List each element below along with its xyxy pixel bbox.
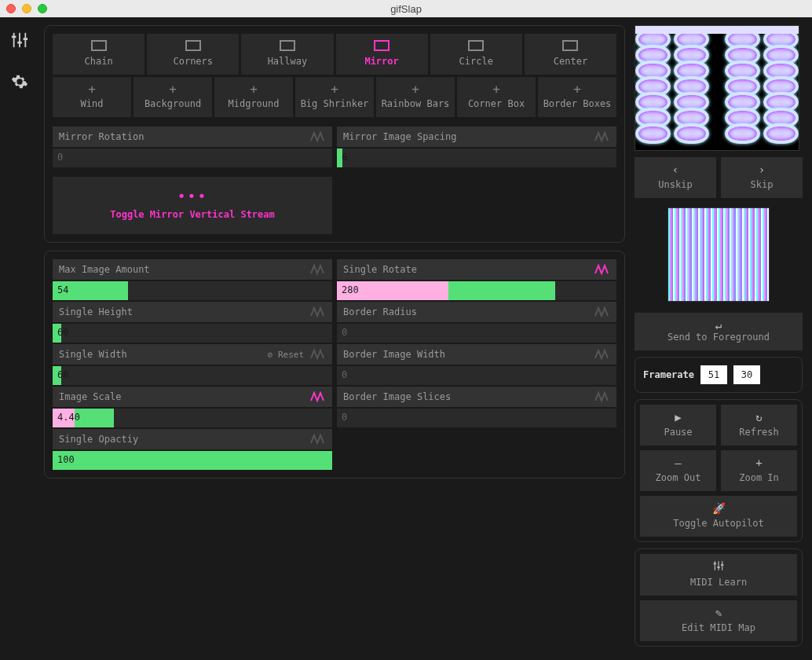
addon-border-boxes[interactable]: +Border Boxes [538, 77, 616, 117]
wave-icon[interactable] [310, 131, 326, 142]
refresh-button[interactable]: ↻ Refresh [721, 405, 797, 446]
tab-label: Center [554, 56, 587, 67]
edit-midi-map-button[interactable]: ✎ Edit MIDI Map [640, 600, 797, 641]
addon-label: Background [144, 98, 201, 109]
slider-label-single-rotate: Single Rotate [337, 259, 616, 280]
framerate-input-a[interactable] [700, 365, 727, 384]
chevron-left-icon: ‹ [635, 163, 716, 176]
addon-midground[interactable]: +Midground [214, 77, 293, 117]
pencil-icon: ✎ [640, 607, 797, 619]
wave-icon[interactable] [594, 391, 610, 402]
framerate-label: Framerate [643, 369, 694, 380]
gear-icon[interactable] [11, 73, 28, 93]
slider-single-height[interactable]: 60 [53, 324, 332, 343]
addon-corner-box[interactable]: +Corner Box [457, 77, 536, 117]
wave-icon[interactable] [310, 434, 326, 445]
plus-icon: + [376, 82, 455, 97]
slider-label-max-image-amount: Max Image Amount [53, 259, 332, 280]
svg-rect-1 [19, 33, 20, 47]
tab-hallway[interactable]: Hallway [241, 34, 333, 75]
framerate-panel: Framerate [635, 357, 803, 393]
wave-icon[interactable] [310, 306, 326, 317]
addon-wind[interactable]: +Wind [53, 77, 131, 117]
sliders-icon[interactable] [11, 31, 28, 51]
rect-icon [185, 40, 201, 51]
window-title: gifSlap [0, 3, 812, 15]
slider-single-opactiy[interactable]: 100 [53, 451, 332, 470]
addon-rainbow-bars[interactable]: +Rainbow Bars [376, 77, 455, 117]
skip-button[interactable]: › Skip [721, 157, 803, 198]
plus-icon: + [134, 82, 212, 97]
addon-big-shrinker[interactable]: +Big Shrinker [295, 77, 374, 117]
wave-icon[interactable] [594, 131, 610, 142]
plus-icon: + [538, 82, 616, 97]
slider-label-border-image-width: Border Image Width [337, 344, 616, 365]
tab-label: Mirror [364, 56, 398, 67]
right-sidebar: ‹ Unskip › Skip ↵ Send to Foreground Fra… [631, 17, 812, 660]
wave-icon[interactable] [594, 264, 610, 275]
slider-label-single-height: Single Height [53, 302, 332, 322]
tab-circle[interactable]: Circle [430, 34, 522, 75]
tab-label: Circle [459, 56, 493, 67]
svg-rect-9 [714, 563, 717, 565]
addon-label: Corner Box [468, 98, 525, 109]
midi-learn-button[interactable]: MIDI Learn [640, 554, 797, 596]
svg-rect-5 [24, 38, 28, 40]
slider-label-single-width: Single Width⊘ Reset [53, 344, 332, 365]
mirror-rotation-slider[interactable]: 0 [53, 148, 332, 167]
slider-label-border-image-slices: Border Image Slices [337, 387, 616, 407]
svg-rect-11 [721, 564, 724, 566]
zoom-out-button[interactable]: — Zoom Out [640, 450, 716, 491]
tab-corners[interactable]: Corners [147, 34, 239, 75]
mirror-spacing-slider[interactable]: 6 [337, 148, 616, 167]
wave-icon[interactable] [594, 306, 610, 317]
tab-center[interactable]: Center [525, 34, 616, 75]
source-thumbnail[interactable] [668, 207, 770, 302]
minus-icon: — [640, 456, 716, 469]
wave-icon[interactable] [310, 264, 326, 275]
plus-icon: + [53, 82, 131, 97]
slider-border-image-slices[interactable]: 0 [337, 409, 616, 427]
toggle-mirror-vertical-stream[interactable]: ••• Toggle Mirror Vertical Stream [53, 177, 332, 234]
unskip-button[interactable]: ‹ Unskip [635, 157, 716, 198]
addon-label: Big Shrinker [301, 98, 369, 109]
window-titlebar: gifSlap [0, 0, 812, 17]
rect-icon [374, 40, 390, 51]
rect-icon [91, 40, 107, 51]
rect-icon [562, 40, 578, 51]
slider-image-scale[interactable]: 4.40 [53, 409, 332, 427]
pause-button[interactable]: ▶ Pause [640, 405, 716, 446]
slider-border-image-width[interactable]: 0 [337, 366, 616, 385]
slider-single-width[interactable]: 60 [53, 366, 332, 385]
params-panel: Max Image Amount54Single Height60Single … [44, 251, 625, 478]
tab-chain[interactable]: Chain [53, 34, 144, 75]
reset-button[interactable]: ⊘ Reset [268, 350, 304, 360]
addon-label: Midground [228, 98, 279, 109]
slider-border-radius[interactable]: 0 [337, 324, 616, 343]
slider-max-image-amount[interactable]: 54 [53, 281, 332, 300]
slider-single-rotate[interactable]: 280 [337, 281, 616, 300]
wave-icon[interactable] [310, 391, 326, 402]
rect-icon [280, 40, 295, 51]
zoom-in-button[interactable]: + Zoom In [721, 450, 797, 491]
toggle-autopilot-button[interactable]: 🚀 Toggle Autopilot [640, 496, 797, 537]
svg-rect-0 [13, 33, 15, 47]
tab-label: Hallway [268, 56, 308, 67]
send-to-foreground-button[interactable]: ↵ Send to Foreground [635, 313, 803, 350]
wave-icon[interactable] [594, 349, 610, 360]
slider-label-border-radius: Border Radius [337, 302, 616, 322]
sliders-icon [640, 560, 797, 574]
addon-label: Border Boxes [543, 98, 612, 109]
wave-icon[interactable] [310, 349, 326, 360]
output-preview [635, 25, 799, 151]
tab-mirror[interactable]: Mirror [336, 34, 428, 75]
framerate-input-b[interactable] [733, 365, 760, 384]
mirror-spacing-label: Mirror Image Spacing [337, 126, 616, 147]
addon-background[interactable]: +Background [134, 77, 212, 117]
plus-icon: + [295, 82, 374, 97]
addon-label: Rainbow Bars [382, 98, 450, 109]
tab-label: Corners [173, 56, 213, 67]
left-toolbar [0, 17, 39, 660]
rect-icon [468, 40, 484, 51]
mirror-rotation-label: Mirror Rotation [53, 126, 332, 147]
